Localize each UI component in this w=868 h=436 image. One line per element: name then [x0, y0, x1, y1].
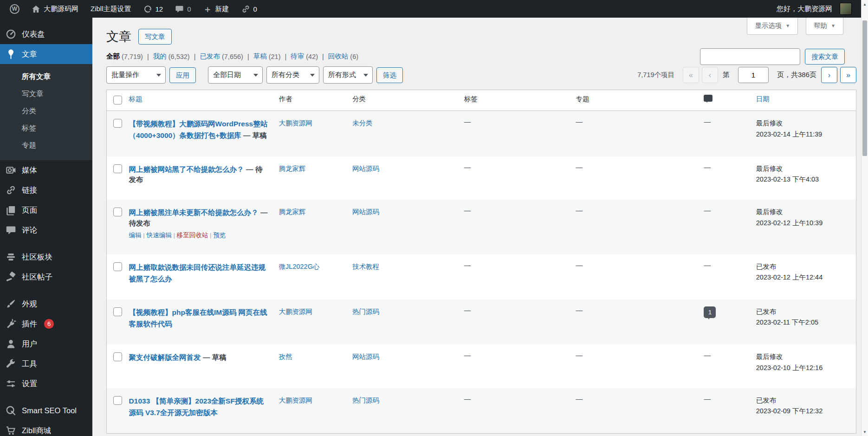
- first-page-button[interactable]: «: [683, 67, 699, 83]
- sidebar-item-Zibll商城[interactable]: Zibll商城: [0, 421, 92, 436]
- sidebar-item-用户[interactable]: 用户: [0, 334, 92, 354]
- category-link[interactable]: 网站源码: [352, 353, 379, 360]
- author-link[interactable]: 大鹏资源网: [279, 308, 313, 315]
- author-link[interactable]: 孜然: [279, 353, 292, 360]
- view-待审[interactable]: 待审: [291, 52, 304, 61]
- select-all-checkbox[interactable]: [113, 96, 122, 104]
- date-filter-select[interactable]: 全部日期: [208, 66, 263, 84]
- comment-count-bubble[interactable]: 1: [704, 306, 716, 318]
- row-checkbox[interactable]: [113, 396, 122, 405]
- row-action-快速编辑[interactable]: 快速编辑: [147, 232, 172, 239]
- sidebar-item-文章[interactable]: 文章: [0, 44, 92, 64]
- tags-value: —: [464, 351, 471, 359]
- submenu-item-标签[interactable]: 标签: [0, 120, 92, 137]
- post-date: 2023-02-14 上午11:39: [756, 129, 851, 140]
- category-link[interactable]: 技术教程: [352, 263, 379, 270]
- search-posts-button[interactable]: 搜索文章: [805, 49, 845, 65]
- category-link[interactable]: 热门源码: [352, 308, 379, 315]
- row-checkbox[interactable]: [113, 262, 122, 271]
- post-title-link[interactable]: 网上赌被黑注单未更新不给提款怎么办？: [129, 208, 259, 216]
- row-action-编辑[interactable]: 编辑: [129, 232, 142, 239]
- view-已发布[interactable]: 已发布: [200, 52, 220, 61]
- row-checkbox[interactable]: [113, 164, 122, 173]
- scroll-up-icon[interactable]: ▲: [862, 0, 868, 8]
- sidebar-item-Smart SEO Tool[interactable]: Smart SEO Tool: [0, 401, 92, 421]
- post-status: 已发布: [756, 261, 851, 272]
- post-status: 最后修改: [756, 351, 851, 362]
- author-link[interactable]: 微JL2022G心: [279, 263, 320, 270]
- post-state-label: — 草稿: [201, 353, 227, 361]
- scroll-down-icon[interactable]: ▼: [862, 428, 868, 436]
- post-title-link[interactable]: 【视频教程】php客服在线IM源码 网页在线客服软件代码: [129, 308, 267, 328]
- prev-page-button[interactable]: ‹: [702, 67, 718, 83]
- sidebar-item-社区帖子[interactable]: 社区帖子: [0, 267, 92, 287]
- view-回收站[interactable]: 回收站: [328, 52, 349, 61]
- author-link[interactable]: 腾龙家辉: [279, 165, 306, 172]
- view-count: (6): [350, 53, 358, 60]
- author-link[interactable]: 大鹏资源网: [279, 397, 313, 404]
- view-草稿[interactable]: 草稿: [253, 52, 267, 61]
- sidebar-item-工具[interactable]: 工具: [0, 354, 92, 374]
- add-new-post-button[interactable]: 写文章: [138, 29, 172, 45]
- updates-menu[interactable]: 12: [137, 0, 169, 18]
- sidebar-item-媒体[interactable]: 媒体: [0, 160, 92, 180]
- sidebar-item-仪表盘[interactable]: 仪表盘: [0, 24, 92, 44]
- column-title[interactable]: 标题: [124, 90, 274, 111]
- post-title-link[interactable]: 聚支付破解版全网首发: [129, 353, 201, 361]
- sidebar-item-插件[interactable]: 插件6: [0, 314, 92, 334]
- category-link[interactable]: 网站源码: [352, 208, 379, 215]
- submenu-item-所有文章[interactable]: 所有文章: [0, 68, 92, 85]
- post-title-link[interactable]: 网上赌被网站黑了不给提款怎么办？: [129, 165, 244, 173]
- new-content-menu[interactable]: ＋ 新建: [197, 0, 235, 18]
- current-page-input[interactable]: [738, 67, 769, 83]
- last-page-button[interactable]: »: [840, 67, 856, 83]
- sidebar-item-label: 工具: [22, 359, 37, 369]
- category-filter-select[interactable]: 所有分类: [266, 66, 319, 84]
- screen-options-toggle[interactable]: 显示选项 ▼: [747, 18, 798, 35]
- sidebar-item-链接[interactable]: 链接: [0, 180, 92, 200]
- row-checkbox[interactable]: [113, 307, 122, 316]
- row-action-移至回收站[interactable]: 移至回收站: [177, 232, 208, 239]
- search-input[interactable]: [700, 48, 800, 65]
- page-prefix: 第: [723, 71, 730, 79]
- next-page-button[interactable]: ›: [821, 67, 837, 83]
- my-account-menu[interactable]: 您好，大鹏资源网: [771, 0, 858, 18]
- filter-button[interactable]: 筛选: [376, 67, 403, 83]
- sidebar-item-设置[interactable]: 设置: [0, 374, 92, 394]
- category-link[interactable]: 网站源码: [352, 165, 379, 172]
- author-link[interactable]: 腾龙家辉: [279, 208, 306, 215]
- row-checkbox[interactable]: [113, 208, 122, 216]
- sidebar-item-页面[interactable]: 页面: [0, 200, 92, 220]
- bulk-actions-select[interactable]: 批量操作: [106, 66, 166, 84]
- row-checkbox[interactable]: [113, 352, 122, 361]
- topic-cell: —: [571, 299, 700, 345]
- site-name-menu[interactable]: 大鹏源码网: [26, 0, 84, 18]
- submenu-item-写文章[interactable]: 写文章: [0, 85, 92, 103]
- column-date[interactable]: 日期: [751, 90, 856, 111]
- category-link[interactable]: 热门源码: [352, 397, 379, 404]
- category-link[interactable]: 未分类: [352, 119, 373, 127]
- scrollbar-thumb[interactable]: [862, 20, 867, 156]
- comments-menu[interactable]: 0: [169, 0, 197, 18]
- row-action-预览[interactable]: 预览: [213, 232, 226, 239]
- sidebar-item-label: 设置: [22, 379, 37, 389]
- submenu-item-专题[interactable]: 专题: [0, 137, 92, 154]
- post-title-link[interactable]: D1033 【简单亲测】2023全新SF授权系统源码 V3.7全开源无加密版本: [129, 397, 264, 416]
- post-title-link[interactable]: 网上赌取款说数据未回传还说注单延迟违规被黑了怎么办: [129, 263, 266, 283]
- links-menu[interactable]: 0: [235, 0, 263, 18]
- author-link[interactable]: 大鹏资源网: [279, 119, 313, 127]
- vertical-scrollbar[interactable]: ▲ ▼: [861, 0, 868, 436]
- submenu-item-分类[interactable]: 分类: [0, 103, 92, 120]
- wp-logo[interactable]: W: [4, 0, 26, 18]
- tags-value: —: [464, 395, 471, 403]
- help-toggle[interactable]: 帮助 ▼: [806, 18, 843, 35]
- sidebar-item-评论[interactable]: 评论: [0, 220, 92, 240]
- row-checkbox[interactable]: [113, 119, 122, 128]
- view-全部[interactable]: 全部: [106, 52, 120, 61]
- apply-button[interactable]: 应用: [169, 67, 196, 83]
- format-filter-select[interactable]: 所有形式: [323, 66, 373, 84]
- zibll-theme-menu[interactable]: Zibll主题设置: [84, 0, 137, 18]
- sidebar-item-社区板块[interactable]: 社区板块: [0, 247, 92, 267]
- sidebar-item-外观[interactable]: 外观: [0, 294, 92, 314]
- view-我的[interactable]: 我的: [153, 52, 167, 61]
